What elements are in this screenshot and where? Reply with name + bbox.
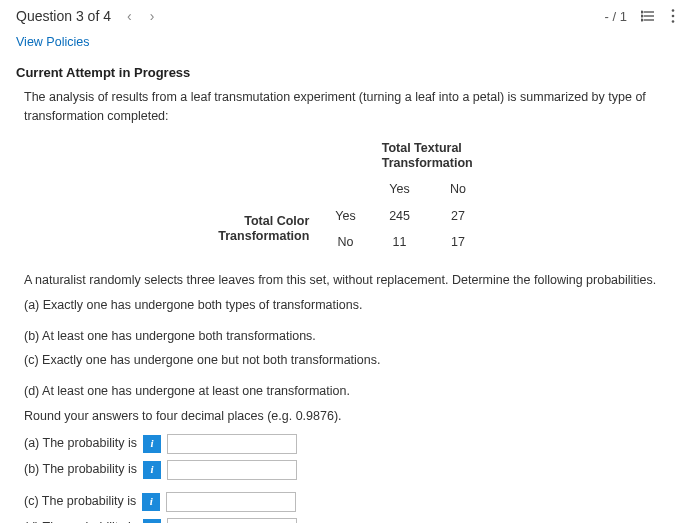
part-c-text: (c) Exactly one has undergone one but no… (24, 351, 667, 370)
svg-point-4 (641, 15, 643, 17)
info-icon[interactable]: i (143, 461, 161, 479)
question-header: Question 3 of 4 ‹ › - / 1 (0, 0, 691, 30)
cell-nn: 17 (431, 230, 484, 255)
row-yes: Yes (323, 204, 367, 229)
svg-point-6 (672, 9, 675, 12)
svg-point-8 (672, 20, 675, 23)
attempt-status: Current Attempt in Progress (0, 59, 691, 88)
next-question-button[interactable]: › (150, 8, 155, 24)
svg-point-5 (641, 19, 643, 21)
cell-ny: 11 (370, 230, 430, 255)
cell-yy: 245 (370, 204, 430, 229)
answer-input-d[interactable] (167, 518, 297, 524)
answer-label-b: (b) The probability is (24, 460, 137, 479)
cell-yn: 27 (431, 204, 484, 229)
score-display: - / 1 (605, 9, 627, 24)
answer-input-c[interactable] (166, 492, 296, 512)
view-policies-link[interactable]: View Policies (16, 35, 89, 49)
answer-row-c: (c) The probability is i (24, 492, 667, 512)
svg-point-3 (641, 11, 643, 13)
info-icon[interactable]: i (143, 519, 161, 524)
answer-label-a: (a) The probability is (24, 434, 137, 453)
question-content: The analysis of results from a leaf tran… (0, 88, 691, 523)
policies-row: View Policies (0, 30, 691, 59)
answer-label-c: (c) The probability is (24, 492, 136, 511)
header-left: Question 3 of 4 ‹ › (16, 8, 154, 24)
row-header-l2: Transformation (218, 229, 309, 243)
answers-block: (a) The probability is i (b) The probabi… (24, 434, 667, 524)
answer-row-d: (d) The probability is i (24, 518, 667, 524)
instruction-text: A naturalist randomly selects three leav… (24, 271, 667, 290)
intro-text: The analysis of results from a leaf tran… (24, 88, 667, 126)
rounding-text: Round your answers to four decimal place… (24, 407, 667, 426)
list-icon[interactable] (641, 8, 657, 24)
answer-input-b[interactable] (167, 460, 297, 480)
col-yes: Yes (370, 177, 430, 202)
row-header-l1: Total Color (244, 214, 309, 228)
answer-input-a[interactable] (167, 434, 297, 454)
data-table-wrap: Total Textural Transformation Yes No Tot… (24, 136, 667, 258)
row-no: No (323, 230, 367, 255)
table-top-header: Total Textural Transformation (370, 138, 485, 175)
answer-row-b: (b) The probability is i (24, 460, 667, 480)
answer-row-a: (a) The probability is i (24, 434, 667, 454)
prev-question-button[interactable]: ‹ (127, 8, 132, 24)
info-icon[interactable]: i (143, 435, 161, 453)
nav-arrows: ‹ › (127, 8, 154, 24)
col-no: No (431, 177, 484, 202)
svg-point-7 (672, 15, 675, 18)
top-header-l1: Total Textural (382, 141, 462, 155)
part-d-text: (d) At least one has undergone at least … (24, 382, 667, 401)
answer-label-d: (d) The probability is (24, 518, 137, 523)
part-b-text: (b) At least one has undergone both tran… (24, 327, 667, 346)
data-table: Total Textural Transformation Yes No Tot… (204, 136, 486, 258)
info-icon[interactable]: i (142, 493, 160, 511)
table-row-header: Total Color Transformation (206, 204, 321, 256)
more-options-icon[interactable] (671, 8, 675, 24)
top-header-l2: Transformation (382, 156, 473, 170)
header-right: - / 1 (605, 8, 675, 24)
question-title: Question 3 of 4 (16, 8, 111, 24)
part-a-text: (a) Exactly one has undergone both types… (24, 296, 667, 315)
